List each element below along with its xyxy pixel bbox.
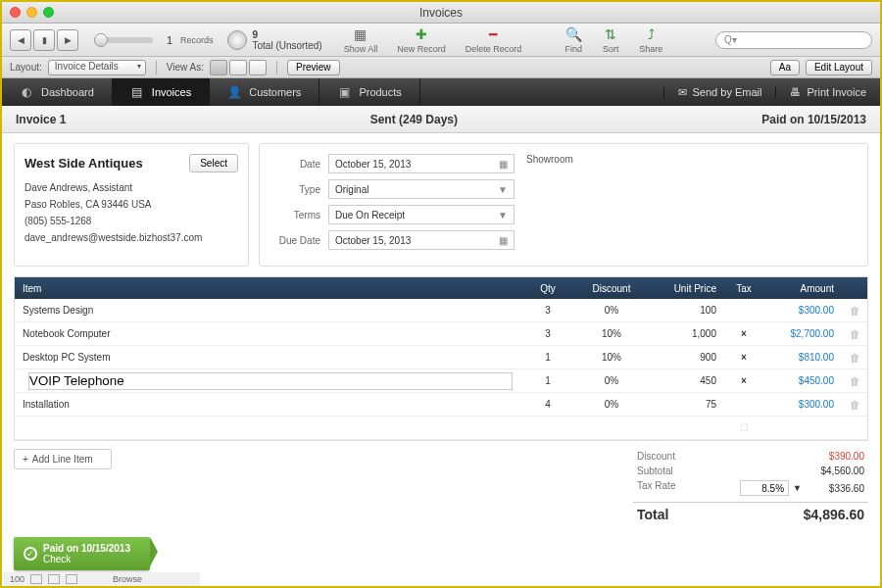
terms-select[interactable]: Due On Receipt▼ xyxy=(328,205,514,224)
table-row[interactable]: Desktop PC System110%900×$810.00🗑 xyxy=(15,346,867,369)
item-tax[interactable]: × xyxy=(724,375,763,386)
records-sort: Total (Unsorted) xyxy=(253,40,322,51)
item-name: Installation xyxy=(15,399,518,410)
printer-icon: 🖶 xyxy=(790,86,801,98)
type-select[interactable]: Original▼ xyxy=(328,179,514,199)
customer-address: Paso Robles, CA 93446 USA xyxy=(24,199,238,210)
item-tax[interactable]: × xyxy=(724,352,763,363)
pie-icon[interactable] xyxy=(227,30,247,50)
table-row[interactable]: 10%450×$450.00🗑 xyxy=(15,369,867,393)
gauge-icon: ◐ xyxy=(20,85,33,99)
share-button[interactable]: ⤴Share xyxy=(631,25,670,54)
table-row[interactable]: Installation40%75$300.00🗑 xyxy=(15,393,867,416)
item-discount: 0% xyxy=(577,399,646,410)
record-slider[interactable] xyxy=(94,37,153,43)
edit-layout-button[interactable]: Edit Layout xyxy=(806,60,872,75)
layout-select[interactable]: Invoice Details xyxy=(48,60,146,75)
chevron-down-icon[interactable]: ▼ xyxy=(793,483,802,493)
book-icon[interactable]: ▮ xyxy=(33,29,55,51)
item-amount[interactable]: $300.00 xyxy=(763,399,842,410)
discount-label: Discount xyxy=(637,451,675,462)
item-qty: 1 xyxy=(518,352,577,363)
type-label: Type xyxy=(270,184,328,195)
item-amount[interactable]: $2,700.00 xyxy=(763,328,842,339)
item-amount[interactable]: $450.00 xyxy=(763,375,842,386)
record-index: 1 xyxy=(163,34,176,46)
tab-customers[interactable]: 👤Customers xyxy=(210,78,319,106)
send-email-button[interactable]: ✉Send by Email xyxy=(663,86,776,99)
search-icon: 🔍 xyxy=(564,25,582,43)
tax-value: $336.60 xyxy=(806,483,864,494)
mail-icon: ✉ xyxy=(678,86,687,99)
trash-icon[interactable]: 🗑 xyxy=(850,352,860,364)
table-row[interactable]: Notebook Computer310%1,000×$2,700.00🗑 xyxy=(15,322,867,346)
item-discount: 0% xyxy=(577,305,646,316)
search-input[interactable]: Q▾ xyxy=(715,31,872,49)
col-tax: Tax xyxy=(724,283,763,294)
date-label: Date xyxy=(270,159,328,170)
nav-tabs: ◐Dashboard ▤Invoices 👤Customers ▣Product… xyxy=(2,78,880,106)
totals-panel: Discount$390.00 Subtotal$4,560.00 Tax Ra… xyxy=(633,449,868,524)
plus-icon: ✚ xyxy=(413,25,430,43)
select-customer-button[interactable]: Select xyxy=(189,154,238,172)
item-tax[interactable]: × xyxy=(724,328,763,339)
print-invoice-button[interactable]: 🖶Print Invoice xyxy=(775,86,880,98)
mode-icon[interactable] xyxy=(66,574,77,584)
add-line-item-button[interactable]: +Add Line Item xyxy=(14,449,112,469)
view-label: View As: xyxy=(167,62,204,73)
trash-icon[interactable]: 🗑 xyxy=(850,399,860,411)
view-table-button[interactable] xyxy=(249,60,267,75)
item-price: 1,000 xyxy=(646,328,724,339)
new-record-button[interactable]: ✚New Record xyxy=(389,25,454,54)
col-amount: Amount xyxy=(763,283,842,294)
plus-icon: + xyxy=(23,454,28,465)
paid-badge-line2: Check xyxy=(43,554,130,564)
due-date-input[interactable]: October 15, 2013▦ xyxy=(328,230,514,250)
find-button[interactable]: 🔍Find xyxy=(557,25,590,54)
status-bar: 100 Browse xyxy=(4,572,200,586)
item-amount[interactable]: $300.00 xyxy=(763,305,842,316)
text-format-button[interactable]: Aa xyxy=(770,60,800,75)
table-row[interactable]: Systems Design30%100$300.00🗑 xyxy=(15,299,867,322)
item-price: 900 xyxy=(646,352,724,363)
tab-products[interactable]: ▣Products xyxy=(319,78,419,106)
item-price: 100 xyxy=(646,305,724,316)
trash-icon[interactable]: 🗑 xyxy=(850,375,860,387)
preview-button[interactable]: Preview xyxy=(287,60,340,75)
line-items-table: Item Qty Discount Unit Price Tax Amount … xyxy=(14,276,868,441)
item-discount: 10% xyxy=(577,328,646,339)
view-list-button[interactable] xyxy=(229,60,247,75)
chevron-down-icon: ▼ xyxy=(498,184,508,195)
item-name-input[interactable] xyxy=(28,372,513,390)
item-name: Systems Design xyxy=(15,305,518,316)
tab-invoices[interactable]: ▤Invoices xyxy=(113,78,210,106)
share-icon: ⤴ xyxy=(642,25,660,43)
tab-dashboard[interactable]: ◐Dashboard xyxy=(2,78,113,106)
invoice-details-card: DateOctober 15, 2013▦ TypeOriginal▼ Term… xyxy=(259,143,868,267)
table-row-empty[interactable]: ☐ xyxy=(15,416,867,440)
show-all-button[interactable]: ▦Show All xyxy=(336,25,386,54)
window-title: Invoices xyxy=(2,6,880,20)
sort-icon: ⇅ xyxy=(602,25,619,43)
invoice-note[interactable]: Showroom xyxy=(514,154,858,256)
next-record-button[interactable]: ▶ xyxy=(57,29,78,51)
mode-icon[interactable] xyxy=(48,574,60,584)
browse-mode[interactable]: Browse xyxy=(113,574,142,584)
zoom-level[interactable]: 100 xyxy=(10,574,24,584)
prev-record-button[interactable]: ◀ xyxy=(10,29,31,51)
col-unit-price: Unit Price xyxy=(646,283,724,294)
item-amount[interactable]: $810.00 xyxy=(763,352,842,363)
view-form-button[interactable] xyxy=(210,60,227,75)
trash-icon[interactable]: 🗑 xyxy=(850,305,860,317)
item-tax[interactable]: ☐ xyxy=(724,422,763,433)
mode-icon[interactable] xyxy=(30,574,42,584)
date-input[interactable]: October 15, 2013▦ xyxy=(328,154,514,173)
delete-record-button[interactable]: ━Delete Record xyxy=(458,25,530,54)
paid-badge: ✓ Paid on 10/15/2013 Check xyxy=(14,537,150,570)
tax-rate-input[interactable] xyxy=(740,480,789,496)
customer-contact: Dave Andrews, Assistant xyxy=(24,182,238,193)
sort-button[interactable]: ⇅Sort xyxy=(594,25,627,54)
trash-icon[interactable]: 🗑 xyxy=(850,328,860,340)
records-count: 9 xyxy=(253,29,259,40)
item-qty: 3 xyxy=(518,328,577,339)
